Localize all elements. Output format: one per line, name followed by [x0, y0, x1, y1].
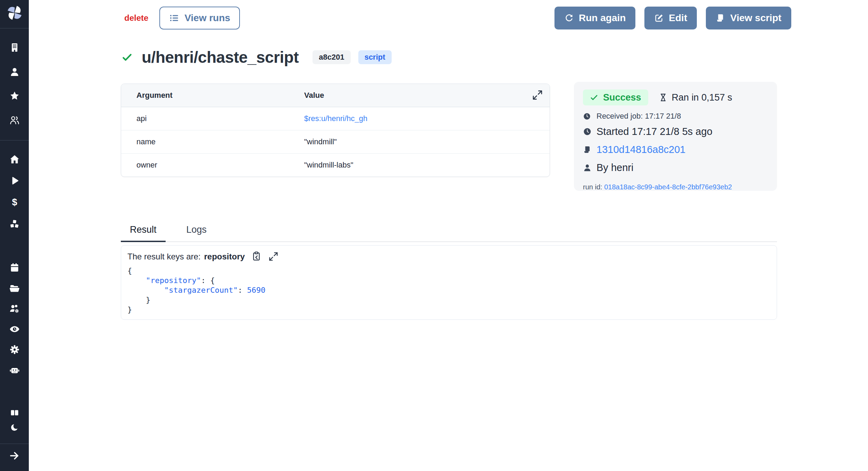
view-script-label: View script: [730, 12, 781, 24]
code-line: {: [127, 266, 777, 276]
run-info-panel: Success Ran in 0,157 s Received job: 17:…: [574, 82, 777, 191]
delete-link[interactable]: delete: [124, 13, 148, 23]
kind-badge: script: [358, 50, 392, 64]
list-icon: [169, 13, 180, 23]
arg-value-cell: "windmill-labs": [304, 154, 550, 177]
refresh-icon: [564, 13, 574, 23]
status-badge: Success: [583, 89, 648, 105]
settings-gear-icon[interactable]: [9, 344, 20, 355]
schedules-calendar-icon[interactable]: [9, 263, 20, 273]
result-meta: The result keys are: repository: [127, 251, 777, 262]
windmill-logo-icon[interactable]: [7, 5, 23, 21]
hourglass-icon: [659, 93, 668, 102]
tab-logs[interactable]: Logs: [177, 222, 216, 242]
docs-book-icon[interactable]: [9, 408, 20, 418]
sidebar: $: [0, 0, 29, 471]
arg-value: "windmill-labs": [304, 161, 353, 169]
args-header-argument: Argument: [121, 84, 304, 107]
scroll-icon: [716, 13, 725, 23]
run-id-label: run id:: [583, 183, 602, 191]
args-table-body: api$res:u/henri/hc_ghname"windmill"owner…: [121, 107, 550, 177]
workspace-building-icon[interactable]: [9, 42, 20, 53]
run-again-label: Run again: [579, 12, 626, 24]
author-row: By henri: [583, 160, 768, 175]
variables-dollar-icon[interactable]: $: [9, 197, 20, 207]
clock-icon: [583, 112, 591, 120]
person-icon: [583, 163, 592, 172]
star-icon[interactable]: [9, 91, 20, 101]
clock-icon: [583, 127, 592, 136]
code-line: }: [127, 295, 777, 305]
groups-users-gear-icon[interactable]: [9, 303, 20, 314]
duration: Ran in 0,157 s: [659, 92, 732, 103]
workers-robot-icon[interactable]: [9, 365, 20, 376]
sidebar-divider: [0, 140, 29, 140]
received-label: Received job: 17:17 21/8: [596, 112, 681, 121]
result-keys: repository: [204, 252, 245, 262]
dark-mode-moon-icon[interactable]: [9, 422, 20, 433]
started-row: Started 17:17 21/8 5s ago: [583, 124, 768, 139]
page-title: u/henri/chaste_script: [142, 48, 299, 67]
toolbar-left: delete View runs: [124, 7, 240, 29]
edit-button[interactable]: Edit: [644, 7, 697, 29]
hash-badge: a8c201: [312, 50, 350, 64]
success-check-icon: [122, 52, 133, 63]
tabs: Result Logs: [121, 222, 777, 242]
folder-icon[interactable]: [9, 283, 20, 293]
copy-clipboard-icon[interactable]: [251, 251, 262, 262]
app-root: $: [0, 0, 868, 471]
result-keys-prefix: The result keys are:: [127, 252, 201, 262]
arg-name-cell: owner: [121, 154, 304, 177]
svg-text:$: $: [12, 197, 17, 207]
run-again-button[interactable]: Run again: [554, 7, 635, 29]
users-icon[interactable]: [9, 115, 20, 125]
run-id-row: run id: 018a18ac-8c99-abe4-8cfe-2bbf76e9…: [583, 183, 768, 191]
title-row: u/henri/chaste_script a8c201 script: [122, 48, 392, 67]
table-row: api$res:u/henri/hc_gh: [121, 107, 550, 130]
view-script-button[interactable]: View script: [706, 7, 791, 29]
view-runs-button[interactable]: View runs: [159, 7, 240, 29]
scroll-icon: [583, 145, 592, 154]
job-hash-row: 1310d14816a8c201: [583, 142, 768, 157]
duration-label: Ran in 0,157 s: [672, 92, 732, 103]
runs-play-icon[interactable]: [9, 175, 20, 186]
arg-value-cell: $res:u/henri/hc_gh: [304, 107, 550, 130]
edit-pencil-icon: [654, 13, 664, 23]
job-hash-link[interactable]: 1310d14816a8c201: [596, 144, 685, 155]
code-line: "repository": {: [127, 276, 777, 285]
received-row: Received job: 17:17 21/8: [583, 112, 768, 121]
sidebar-divider: [0, 28, 29, 28]
edit-label: Edit: [669, 12, 687, 24]
expand-icon[interactable]: [268, 251, 279, 262]
arg-name-cell: name: [121, 130, 304, 154]
collapse-arrow-right-icon[interactable]: [9, 450, 20, 462]
result-json: { "repository": { "stargazerCount": 5690…: [127, 266, 777, 315]
args-header-value: Value: [304, 84, 550, 107]
audit-eye-icon[interactable]: [9, 324, 20, 334]
arg-name-cell: api: [121, 107, 304, 130]
started-label: Started 17:17 21/8 5s ago: [596, 126, 712, 137]
toolbar-right: Run again Edit View script: [554, 7, 791, 29]
run-id-link[interactable]: 018a18ac-8c99-abe4-8cfe-2bbf76e93eb2: [604, 183, 732, 191]
code-line: }: [127, 305, 777, 315]
resource-link[interactable]: $res:u/henri/hc_gh: [304, 114, 367, 123]
arg-value: "windmill": [304, 137, 337, 146]
table-row: owner"windmill-labs": [121, 154, 550, 177]
sidebar-divider: [0, 444, 29, 444]
resources-cubes-icon[interactable]: [9, 219, 20, 230]
check-icon: [590, 93, 598, 102]
author-label: By henri: [596, 162, 633, 173]
status-label: Success: [603, 92, 641, 103]
expand-icon[interactable]: [532, 89, 543, 101]
user-icon[interactable]: [9, 67, 20, 77]
result-box: The result keys are: repository { "repos…: [121, 245, 777, 320]
args-table: Argument Value api$res:u/henri/hc_ghname…: [121, 84, 550, 177]
view-runs-label: View runs: [184, 12, 230, 24]
code-line: "stargazerCount": 5690: [127, 285, 777, 295]
home-icon[interactable]: [9, 154, 20, 164]
arg-value-cell: "windmill": [304, 130, 550, 154]
tab-result[interactable]: Result: [121, 222, 166, 242]
table-row: name"windmill": [121, 130, 550, 154]
